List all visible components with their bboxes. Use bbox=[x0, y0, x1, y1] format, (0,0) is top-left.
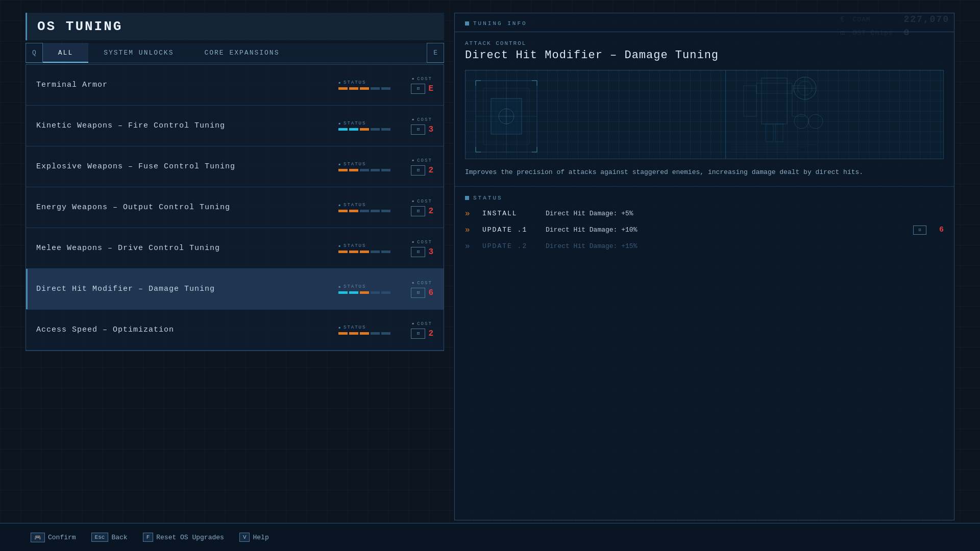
status-group: STATUS bbox=[338, 203, 390, 212]
cost-icon: ⊡ bbox=[411, 206, 425, 216]
bar-seg bbox=[381, 210, 390, 212]
bar-seg bbox=[360, 210, 369, 212]
cost-label: COST bbox=[412, 281, 432, 286]
bar-seg bbox=[381, 332, 390, 335]
cost-group: COST ⊡ 3 bbox=[411, 240, 433, 257]
update1-cost-num: 6 bbox=[934, 226, 944, 234]
bar-seg bbox=[360, 128, 369, 131]
status-group: STATUS bbox=[338, 325, 390, 335]
status-label: STATUS bbox=[338, 243, 390, 248]
bar-seg bbox=[371, 87, 380, 90]
list-item[interactable]: Access Speed – Optimization STATUS COST bbox=[26, 310, 444, 350]
help-shortcut: V Help bbox=[239, 533, 269, 542]
item-name: Direct Hit Modifier – Damage Tuning bbox=[36, 285, 338, 293]
panel-title: OS TUNING bbox=[26, 13, 444, 40]
install-label: INSTALL bbox=[482, 210, 538, 217]
title-section: ATTACK CONTROL Direct Hit Modifier – Dam… bbox=[455, 32, 954, 70]
item-stats: STATUS COST ⊡ 3 bbox=[338, 117, 433, 135]
bar-seg bbox=[371, 251, 380, 253]
cost-label: COST bbox=[412, 158, 432, 163]
bar-seg bbox=[338, 169, 348, 171]
bar-seg bbox=[381, 251, 390, 253]
tab-system-unlocks[interactable]: SYSTEM UNLOCKS bbox=[88, 43, 189, 63]
item-name: Energy Weapons – Output Control Tuning bbox=[36, 203, 338, 212]
status-bars bbox=[338, 332, 390, 335]
blueprint-left bbox=[465, 70, 726, 159]
cost-label: COST bbox=[412, 321, 432, 327]
status-row-update2: » UPDATE .2 Direct Hit Damage: +15% bbox=[465, 242, 944, 251]
update1-cost-icon: ⊡ bbox=[913, 226, 926, 235]
tab-core-expansions[interactable]: CORE EXPANSIONS bbox=[189, 43, 295, 63]
tab-all[interactable]: ALL bbox=[43, 43, 88, 63]
status-section: STATUS » INSTALL Direct Hit Damage: +5% … bbox=[455, 187, 954, 266]
status-group: STATUS bbox=[338, 80, 390, 90]
bar-seg bbox=[338, 210, 348, 212]
item-name: Explosive Weapons – Fuse Control Tuning bbox=[36, 162, 338, 171]
update1-arrow: » bbox=[465, 226, 475, 235]
bar-seg bbox=[371, 332, 380, 335]
description: Improves the precision of attacks agains… bbox=[455, 159, 954, 187]
bar-seg bbox=[371, 210, 380, 212]
mech-diagram bbox=[726, 70, 943, 159]
cost-icon: ⊡ bbox=[411, 84, 425, 94]
list-item[interactable]: Explosive Weapons – Fuse Control Tuning … bbox=[26, 146, 444, 187]
bar-seg bbox=[360, 332, 369, 335]
list-item[interactable]: Terminal Armor STATUS COST ⊡ bbox=[26, 65, 444, 106]
reset-key: F bbox=[143, 533, 154, 542]
bar-seg bbox=[381, 128, 390, 131]
tuning-info-label: TUNING INFO bbox=[473, 20, 527, 27]
bar-seg bbox=[349, 210, 358, 212]
status-header: STATUS bbox=[465, 195, 944, 201]
bar-seg bbox=[360, 251, 369, 253]
bar-seg bbox=[381, 291, 390, 294]
status-label: STATUS bbox=[338, 325, 390, 330]
bar-seg bbox=[349, 169, 358, 171]
status-bars bbox=[338, 210, 390, 212]
list-item[interactable]: Kinetic Weapons – Fire Control Tuning ST… bbox=[26, 106, 444, 146]
svg-rect-16 bbox=[762, 78, 787, 124]
bar-seg bbox=[381, 87, 390, 90]
status-bars bbox=[338, 251, 390, 253]
svg-rect-18 bbox=[766, 124, 773, 142]
update2-effect: Direct Hit Damage: +15% bbox=[546, 242, 944, 250]
cost-group: COST ⊡ 6 bbox=[411, 281, 433, 298]
item-stats: STATUS COST ⊡ E bbox=[338, 77, 433, 94]
tab-key-left[interactable]: Q bbox=[26, 43, 43, 63]
bar-seg bbox=[381, 169, 390, 171]
list-item[interactable]: Energy Weapons – Output Control Tuning S… bbox=[26, 187, 444, 228]
bar-seg bbox=[360, 87, 369, 90]
status-bars bbox=[338, 291, 390, 294]
cost-icon: ⊡ bbox=[411, 247, 425, 257]
confirm-label: Confirm bbox=[48, 534, 76, 541]
status-header-dot bbox=[465, 196, 469, 200]
back-label: Back bbox=[111, 534, 127, 541]
bar-seg bbox=[338, 87, 348, 90]
bar-seg bbox=[360, 291, 369, 294]
blueprint-image bbox=[465, 70, 944, 159]
cost-number: 6 bbox=[428, 288, 433, 297]
status-bars bbox=[338, 128, 390, 131]
status-group: STATUS bbox=[338, 284, 390, 294]
bar-seg bbox=[349, 291, 358, 294]
cost-label: COST bbox=[412, 77, 432, 82]
update2-arrow: » bbox=[465, 242, 475, 251]
tab-key-right[interactable]: E bbox=[427, 43, 444, 63]
item-name: Melee Weapons – Drive Control Tuning bbox=[36, 244, 338, 253]
cost-number: 2 bbox=[428, 329, 433, 338]
cost-group: COST ⊡ 3 bbox=[411, 117, 433, 135]
status-bars bbox=[338, 169, 390, 171]
item-name: Access Speed – Optimization bbox=[36, 325, 338, 334]
cost-number: 2 bbox=[428, 207, 433, 216]
reset-shortcut: F Reset OS Upgrades bbox=[143, 533, 224, 542]
back-shortcut: Esc Back bbox=[91, 533, 128, 542]
status-header-label: STATUS bbox=[473, 195, 503, 201]
bar-seg bbox=[371, 169, 380, 171]
svg-rect-20 bbox=[744, 86, 756, 116]
back-key: Esc bbox=[91, 533, 109, 542]
list-item[interactable]: Melee Weapons – Drive Control Tuning STA… bbox=[26, 228, 444, 269]
bar-seg bbox=[371, 128, 380, 131]
update2-label: UPDATE .2 bbox=[482, 242, 538, 250]
status-bars bbox=[338, 87, 390, 90]
list-item-active[interactable]: Direct Hit Modifier – Damage Tuning STAT… bbox=[26, 269, 444, 310]
tuning-info-dot bbox=[465, 21, 469, 26]
